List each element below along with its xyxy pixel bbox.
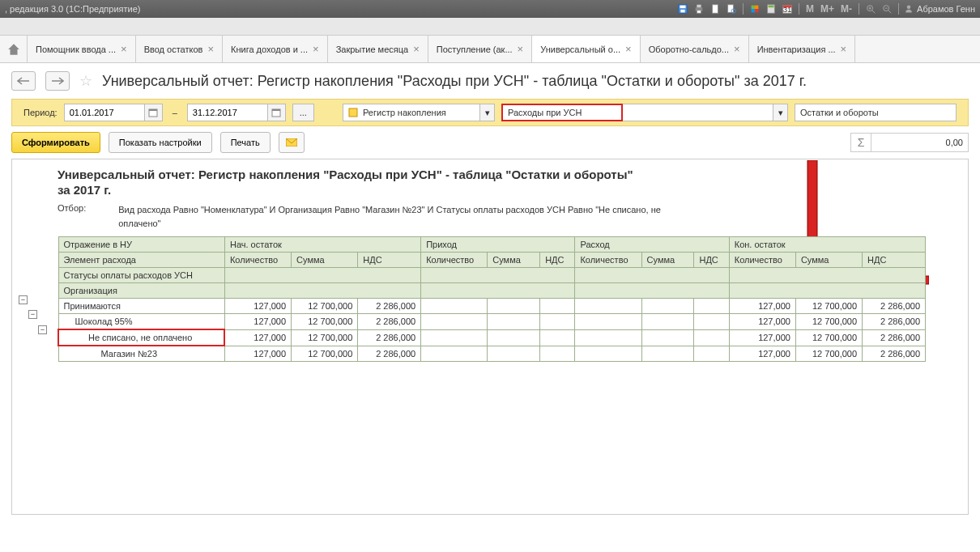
svg-rect-29: [272, 109, 280, 111]
tab[interactable]: Оборотно-сальдо...×: [641, 36, 749, 62]
tab[interactable]: Закрытие месяца×: [328, 36, 428, 62]
m-button[interactable]: M: [804, 3, 816, 15]
th-qty3: Количество: [575, 253, 641, 268]
tab-close-icon[interactable]: ×: [625, 43, 632, 55]
calc-icon[interactable]: [765, 2, 778, 15]
cell: 127,000: [224, 329, 291, 346]
register-type-dropdown-button[interactable]: ▾: [480, 104, 495, 121]
register-name-dropdown-button[interactable]: ▾: [773, 104, 788, 121]
period-from-calendar-button[interactable]: [145, 104, 163, 121]
show-settings-button[interactable]: Показать настройки: [109, 132, 212, 153]
cell: 127,000: [729, 314, 795, 330]
table-row[interactable]: Не списано, не оплачено127,00012 700,000…: [58, 329, 926, 346]
table-row[interactable]: Шоколад 95%127,00012 700,0002 286,000127…: [58, 314, 926, 330]
generate-button[interactable]: Сформировать: [11, 132, 100, 153]
cell: 12 700,000: [795, 346, 862, 362]
sigma-icon[interactable]: Σ: [850, 133, 871, 152]
svg-rect-9: [752, 6, 755, 9]
th-begin: Нач. остаток: [224, 237, 420, 253]
save-icon[interactable]: [676, 2, 689, 15]
table-row[interactable]: Магазин №23127,00012 700,0002 286,000127…: [58, 346, 926, 362]
calendar-icon[interactable]: 31: [781, 2, 794, 15]
tree-toggle[interactable]: −: [28, 310, 37, 319]
home-tab[interactable]: [0, 36, 28, 62]
tab-close-icon[interactable]: ×: [841, 43, 847, 55]
row-label: Принимаются: [58, 299, 224, 314]
th-sum4: Сумма: [795, 253, 862, 268]
tab[interactable]: Ввод остатков×: [136, 36, 223, 62]
cell: 127,000: [729, 329, 795, 346]
sum-value: 0,00: [871, 133, 969, 152]
tab-close-icon[interactable]: ×: [734, 43, 740, 55]
svg-rect-14: [769, 6, 774, 8]
table-row[interactable]: Принимаются127,00012 700,0002 286,000127…: [58, 299, 926, 314]
m-minus-button[interactable]: M-: [839, 3, 854, 15]
period-to-input[interactable]: [187, 104, 268, 121]
search-doc-icon[interactable]: [725, 2, 738, 15]
register-name-extra[interactable]: [623, 104, 773, 121]
register-name-value: Расходы при УСН: [508, 108, 582, 117]
tab[interactable]: Универсальный о...×: [532, 36, 641, 62]
th-qty: Количество: [224, 253, 291, 268]
user-info[interactable]: Абрамов Генн: [904, 4, 975, 14]
period-select-button[interactable]: ...: [292, 104, 314, 121]
cell: [421, 346, 488, 362]
tab[interactable]: Поступление (ак...×: [428, 36, 532, 62]
email-button[interactable]: [279, 132, 305, 153]
m-plus-button[interactable]: M+: [819, 3, 836, 15]
tab[interactable]: Книга доходов и ...×: [223, 36, 328, 62]
cell: [641, 314, 694, 330]
tree-toggle[interactable]: −: [19, 295, 28, 304]
zoom-out-icon[interactable]: [880, 2, 893, 15]
tab-close-icon[interactable]: ×: [207, 43, 214, 55]
report-title: Универсальный отчет: Регистр накопления …: [58, 168, 960, 181]
page-title: Универсальный отчет: Регистр накопления …: [102, 73, 807, 90]
th-income: Приход: [421, 237, 575, 253]
print-button[interactable]: Печать: [220, 132, 271, 153]
back-button[interactable]: [11, 71, 36, 91]
svg-rect-7: [728, 5, 734, 13]
tabbar: Помощник ввода ...×Ввод остатков×Книга д…: [0, 36, 980, 63]
register-name-combo: Расходы при УСН ▾: [501, 104, 788, 121]
cell: [575, 329, 641, 346]
print-icon[interactable]: [692, 2, 705, 15]
period-to-calendar-button[interactable]: [268, 104, 286, 121]
report-filter: Отбор: Вид расхода Равно "Номенклатура" …: [58, 203, 705, 230]
svg-rect-10: [755, 6, 758, 9]
tree-toggle[interactable]: −: [38, 325, 47, 334]
separator: [898, 3, 899, 15]
svg-line-23: [888, 11, 892, 14]
report-subtitle: за 2017 г.: [58, 183, 960, 197]
register-type-combo: Регистр накопления ▾: [343, 104, 495, 121]
action-bar: Сформировать Показать настройки Печать Σ…: [0, 126, 980, 159]
th-vat2: НДС: [540, 253, 575, 268]
cell: [488, 299, 540, 314]
tab[interactable]: Помощник ввода ...×: [28, 36, 136, 62]
cell: [540, 314, 575, 330]
th-vat4: НДС: [863, 253, 926, 268]
zoom-in-icon[interactable]: [864, 2, 877, 15]
tab-close-icon[interactable]: ×: [121, 43, 127, 55]
tab-close-icon[interactable]: ×: [518, 43, 524, 55]
register-type-input[interactable]: Регистр накопления: [343, 104, 480, 121]
period-label: Период:: [23, 108, 58, 117]
cell: [694, 346, 729, 362]
doc-icon[interactable]: [709, 2, 722, 15]
sum-box: Σ 0,00: [850, 133, 969, 152]
svg-rect-11: [752, 9, 755, 12]
register-name-input[interactable]: Расходы при УСН: [501, 104, 623, 121]
tab[interactable]: Инвентаризация ...×: [749, 36, 856, 62]
tab-close-icon[interactable]: ×: [413, 43, 420, 55]
th-status: Статусы оплаты расходов УСН: [58, 268, 224, 283]
cell: 2 286,000: [863, 329, 926, 346]
period-from-input[interactable]: [64, 104, 145, 121]
forward-button[interactable]: [45, 71, 70, 91]
separator: [799, 3, 799, 15]
period-to-field: [187, 104, 286, 121]
svg-rect-5: [697, 11, 701, 14]
favorite-star-icon[interactable]: ☆: [79, 72, 92, 90]
cell: [694, 299, 729, 314]
table-type-input[interactable]: Остатки и обороты: [795, 104, 957, 121]
cube-icon[interactable]: [748, 2, 761, 15]
tab-close-icon[interactable]: ×: [313, 43, 319, 55]
